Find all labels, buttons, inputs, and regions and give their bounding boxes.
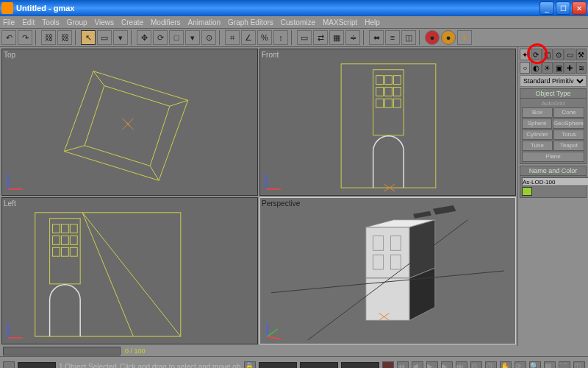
maxscript-listener-button[interactable]: [3, 361, 15, 369]
geosphere-button[interactable]: GeoSphere: [553, 118, 584, 129]
hierarchy-tab[interactable]: ◫: [542, 49, 553, 60]
key-mode-button[interactable]: ⊙: [470, 361, 482, 369]
align-button[interactable]: ≑: [345, 30, 360, 45]
menu-edit[interactable]: Edit: [22, 18, 35, 26]
redo-button[interactable]: ↷: [18, 30, 32, 45]
viewport-left[interactable]: Left: [1, 197, 258, 344]
pivot-button[interactable]: ⊙: [201, 30, 216, 45]
quick-render-button[interactable]: ☀: [457, 30, 472, 45]
rotate-button[interactable]: ⟳: [153, 30, 168, 45]
minimize-button[interactable]: _: [539, 1, 554, 15]
teapot-button[interactable]: Teapot: [553, 141, 584, 151]
anim-button[interactable]: [382, 361, 394, 369]
time-slider[interactable]: [3, 347, 121, 355]
x-coord-field[interactable]: [259, 362, 297, 369]
goto-end-button[interactable]: ⏭: [456, 361, 467, 369]
shapes-category[interactable]: ◐: [531, 62, 541, 74]
menu-modifiers[interactable]: Modifiers: [151, 18, 181, 26]
menu-file[interactable]: File: [3, 18, 15, 26]
track-button[interactable]: ≡: [385, 30, 400, 45]
menu-help[interactable]: Help: [365, 18, 380, 26]
plane-button[interactable]: Plane: [522, 152, 584, 162]
helpers-category[interactable]: ✚: [564, 62, 575, 74]
status-prompt: Click and drag to select and move object…: [120, 363, 241, 368]
menu-group[interactable]: Group: [67, 18, 87, 26]
select-region-button[interactable]: ▭: [97, 30, 112, 45]
mirror-button[interactable]: ⇄: [313, 30, 328, 45]
cameras-category[interactable]: ▣: [553, 62, 564, 74]
close-button[interactable]: ✕: [572, 1, 587, 15]
listener-field[interactable]: [18, 362, 56, 369]
menu-views[interactable]: Views: [95, 18, 115, 26]
svg-rect-15: [393, 76, 401, 85]
display-tab[interactable]: ▭: [564, 49, 575, 60]
zoom-all-button[interactable]: ▦: [544, 361, 556, 369]
rollout-name-color[interactable]: Name and Color: [520, 166, 587, 176]
lock-selection-button[interactable]: 🔒: [244, 361, 256, 369]
spinner-snap-button[interactable]: ↕: [273, 30, 288, 45]
menu-create[interactable]: Create: [121, 18, 143, 26]
pan-button[interactable]: ✋: [500, 361, 512, 369]
utility-tab[interactable]: ⚒: [576, 49, 587, 60]
unlink-button[interactable]: ⛓: [57, 30, 72, 45]
axis-tripod-icon: [5, 319, 27, 341]
viewport-perspective[interactable]: Perspective: [259, 197, 516, 344]
menu-maxscript[interactable]: MAXScript: [323, 18, 357, 26]
schematic-button[interactable]: ◫: [401, 30, 416, 45]
motion-tab[interactable]: ⊙: [553, 49, 564, 60]
undo-button[interactable]: ↶: [1, 30, 16, 45]
snap-button[interactable]: ⌗: [225, 30, 240, 45]
lights-category[interactable]: ☀: [542, 62, 553, 74]
tube-button[interactable]: Tube: [522, 141, 553, 151]
menu-grapheditors[interactable]: Graph Editors: [228, 18, 273, 26]
maximize-button[interactable]: ☐: [556, 1, 570, 15]
menu-animation[interactable]: Animation: [188, 18, 220, 26]
rollout-object-type[interactable]: Object Type: [520, 88, 587, 99]
cylinder-button[interactable]: Cylinder: [522, 130, 553, 140]
create-tab[interactable]: ✦: [520, 49, 530, 60]
named-sel-button[interactable]: ▭: [297, 30, 312, 45]
next-frame-button[interactable]: ▶: [441, 361, 453, 369]
space-warps-category[interactable]: ≋: [576, 62, 587, 74]
prev-frame-button[interactable]: ◀: [412, 361, 423, 369]
select-button[interactable]: ↖: [81, 30, 96, 45]
play-button[interactable]: ▶: [426, 361, 438, 369]
svg-rect-36: [53, 247, 60, 256]
time-config-button[interactable]: ⏱: [485, 361, 497, 369]
move-button[interactable]: ✥: [137, 30, 151, 45]
percent-snap-button[interactable]: %: [257, 30, 272, 45]
angle-snap-button[interactable]: ∠: [241, 30, 256, 45]
material-button[interactable]: ●: [425, 30, 440, 45]
y-coord-field[interactable]: [300, 362, 338, 369]
min-max-toggle-button[interactable]: ◫: [573, 361, 585, 369]
link-button[interactable]: ⛓: [41, 30, 56, 45]
modify-tab[interactable]: ⟳: [531, 49, 541, 60]
ref-coord-button[interactable]: ▾: [185, 30, 200, 45]
sphere-button[interactable]: Sphere: [522, 118, 552, 129]
object-name-field[interactable]: [522, 177, 588, 186]
svg-rect-14: [385, 76, 392, 85]
zoom-extents-button[interactable]: ⛶: [559, 361, 570, 369]
array-button[interactable]: ▦: [329, 30, 344, 45]
ik-button[interactable]: ⬌: [369, 30, 384, 45]
autogrid-checkbox[interactable]: AutoGrid: [522, 100, 584, 107]
viewport-top[interactable]: Top: [1, 49, 258, 196]
viewport-front[interactable]: Front: [259, 49, 516, 196]
frame-indicator: 0 / 100: [125, 347, 146, 355]
select-filter-button[interactable]: ▾: [113, 30, 128, 45]
color-swatch[interactable]: [522, 187, 532, 196]
z-coord-field[interactable]: [341, 362, 379, 369]
box-button[interactable]: Box: [522, 107, 553, 118]
geometry-category[interactable]: ○: [520, 62, 530, 74]
svg-line-2: [93, 71, 104, 86]
menu-customize[interactable]: Customize: [281, 18, 315, 26]
arc-rotate-button[interactable]: ⟳: [514, 361, 526, 369]
scale-button[interactable]: □: [169, 30, 184, 45]
torus-button[interactable]: Torus: [553, 130, 584, 140]
goto-start-button[interactable]: ⏮: [397, 361, 409, 369]
menu-tools[interactable]: Tools: [42, 18, 59, 26]
render-button[interactable]: ●: [441, 30, 456, 45]
primitive-dropdown[interactable]: Standard Primitives: [520, 75, 587, 87]
cone-button[interactable]: Cone: [553, 107, 584, 118]
zoom-button[interactable]: 🔍: [529, 361, 541, 369]
